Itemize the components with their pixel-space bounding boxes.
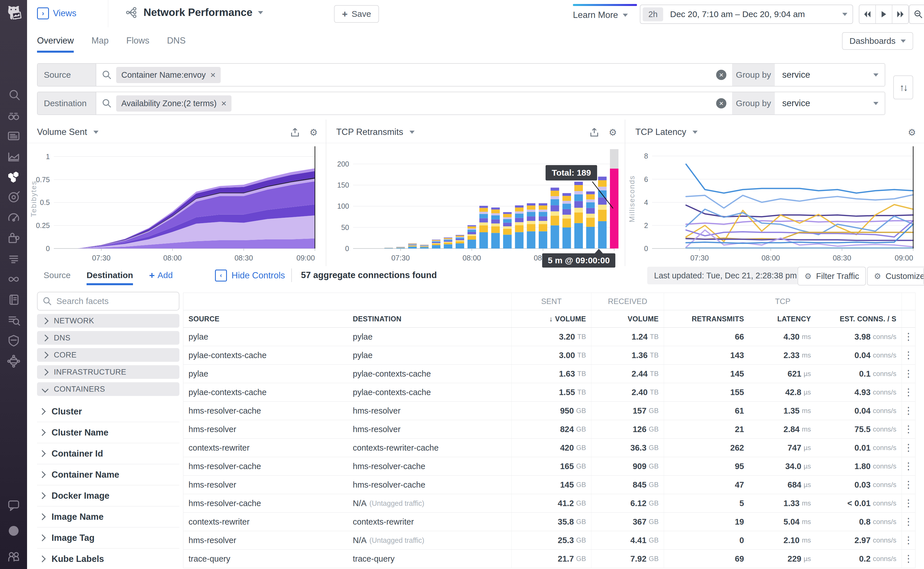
chart-title-group[interactable]: Volume Sent (37, 127, 99, 137)
export-icon[interactable] (290, 128, 300, 137)
time-preset-chip[interactable]: 2h (643, 8, 663, 21)
row-menu-icon[interactable]: ⋮ (904, 444, 913, 450)
row-menu-icon[interactable]: ⋮ (904, 333, 913, 339)
table-row[interactable]: contexts-rewritercontexts-rewriter-cache… (183, 439, 915, 457)
tcp-retransmits-chart[interactable]: 05010015020007:3008:0008:3009:00 (330, 145, 619, 266)
tab-dns[interactable]: DNS (167, 27, 186, 54)
col-latency[interactable]: LATENCY (749, 310, 816, 327)
zoom-out-button[interactable] (909, 5, 924, 24)
facet-section-infrastructure[interactable]: INFRASTRUCTURE (37, 365, 180, 379)
col-retransmits[interactable]: RETRANSMITS (664, 310, 749, 327)
tcp-latency-chart[interactable]: 0246807:3008:0008:3009:00Milliseconds (629, 145, 918, 266)
row-menu-icon[interactable]: ⋮ (904, 352, 913, 358)
search-icon[interactable] (7, 88, 20, 101)
facet-item-docker-image[interactable]: Docker Image (37, 485, 180, 507)
col-recv-volume[interactable]: VOLUME (591, 310, 664, 327)
page-title-group[interactable]: Network Performance (125, 6, 263, 19)
destination-filter-row[interactable]: Destination Availability Zone:(2 terms) … (37, 92, 885, 115)
col-destination[interactable]: DESTINATION (348, 310, 511, 327)
row-menu-icon[interactable]: ⋮ (904, 555, 913, 561)
time-range-picker[interactable]: 2h Dec 20, 7:10 am – Dec 20, 9:04 am (640, 5, 853, 24)
row-menu-icon[interactable]: ⋮ (904, 389, 913, 395)
help-icon[interactable]: ? (7, 524, 20, 537)
swap-source-destination-button[interactable]: ↑↓ (893, 75, 913, 99)
hide-controls-button[interactable]: ‹ Hide Controls (215, 269, 285, 281)
row-menu-icon[interactable]: ⋮ (904, 519, 913, 525)
source-filter-row[interactable]: Source Container Name:envoy × × Group by… (37, 63, 885, 87)
events-icon[interactable] (7, 129, 20, 142)
org-icon[interactable] (7, 550, 20, 563)
learn-more[interactable]: Learn More (573, 4, 637, 20)
datadog-logo-icon[interactable] (4, 5, 24, 24)
source-group-by-select[interactable]: service (775, 64, 885, 86)
notebooks-icon[interactable] (7, 293, 20, 306)
row-menu-icon[interactable]: ⋮ (904, 500, 913, 506)
tab-overview[interactable]: Overview (37, 27, 74, 54)
table-row[interactable]: hms-resolverhms-resolver-cache145GB845GB… (183, 476, 915, 494)
chart-title-group[interactable]: TCP Retransmits (336, 127, 415, 137)
tab-map[interactable]: Map (91, 27, 108, 54)
watchdog-icon[interactable] (7, 109, 20, 122)
metrics-icon[interactable] (7, 150, 20, 163)
row-menu-icon[interactable]: ⋮ (904, 371, 913, 377)
gear-icon[interactable]: ⚙ (309, 127, 318, 138)
facet-item-container-id[interactable]: Container Id (37, 443, 180, 464)
table-row[interactable]: hms-resolverN/A (Untagged traffic)25.3GB… (183, 531, 915, 550)
remove-tag-icon[interactable]: × (221, 98, 227, 109)
facet-item-image-name[interactable]: Image Name (37, 507, 180, 528)
facet-section-core[interactable]: CORE (37, 348, 180, 362)
step-forward-button[interactable] (892, 5, 908, 23)
facet-tab-source[interactable]: Source (44, 271, 71, 280)
table-row[interactable]: hms-resolver-cachehms-resolver-cache165G… (183, 457, 915, 476)
gauge-icon[interactable] (7, 211, 20, 224)
views-button[interactable]: › Views (37, 8, 76, 19)
table-row[interactable]: hms-resolverhms-resolver824GB126GB212.84… (183, 420, 915, 439)
table-row[interactable]: pylae-contexts-cachepylae3.00TB1.36TB143… (183, 346, 915, 365)
table-row[interactable]: trace-querytrace-query21.7GB7.92GB69229µ… (183, 550, 915, 568)
ci-icon[interactable] (7, 273, 20, 286)
row-menu-icon[interactable]: ⋮ (904, 463, 913, 469)
row-menu-icon[interactable]: ⋮ (904, 426, 913, 432)
facet-item-image-tag[interactable]: Image Tag (37, 528, 180, 549)
facet-section-dns[interactable]: DNS (37, 331, 180, 345)
facet-item-cluster[interactable]: Cluster (37, 401, 180, 422)
clear-filter-icon[interactable]: × (716, 98, 726, 108)
destination-filter-tag[interactable]: Availability Zone:(2 terms) × (116, 95, 231, 112)
row-menu-icon[interactable]: ⋮ (904, 482, 913, 488)
table-row[interactable]: contexts-rewritercontexts-rewriter35.8GB… (183, 513, 915, 531)
table-row[interactable]: pylae-contexts-cachepylae-contexts-cache… (183, 383, 915, 402)
integrations-icon[interactable] (7, 232, 20, 245)
gear-icon[interactable]: ⚙ (609, 127, 617, 138)
table-row[interactable]: hms-resolver-cachehms-resolver950GB157GB… (183, 402, 915, 420)
col-sent-volume[interactable]: ↓VOLUME (511, 310, 591, 327)
facet-section-containers[interactable]: CONTAINERS (37, 382, 180, 396)
facet-item-kube-labels[interactable]: Kube Labels (37, 549, 180, 569)
table-row[interactable]: pylaepylae3.20TB1.24TB664.30ms3.98conns/… (183, 328, 915, 346)
add-facet-tab-button[interactable]: + Add (149, 270, 172, 281)
network-icon[interactable] (7, 170, 20, 183)
facet-item-container-name[interactable]: Container Name (37, 464, 180, 485)
col-source[interactable]: SOURCE (183, 310, 348, 327)
search-facets-input[interactable]: Search facets (37, 292, 180, 310)
volume-sent-chart[interactable]: 00.250.50.75107:3008:0008:3009:00Tebibyt… (31, 145, 320, 266)
col-est-conns[interactable]: EST. CONNS. / S (816, 310, 901, 327)
destination-group-by-select[interactable]: service (775, 92, 885, 114)
chart-title-group[interactable]: TCP Latency (635, 127, 698, 137)
security-icon[interactable] (7, 334, 20, 347)
step-back-button[interactable] (859, 5, 876, 23)
row-menu-icon[interactable]: ⋮ (904, 408, 913, 414)
facet-item-cluster-name[interactable]: Cluster Name (37, 422, 180, 443)
table-row[interactable]: pylaepylae-contexts-cache1.63TB2.44TB145… (183, 365, 915, 383)
row-menu-icon[interactable]: ⋮ (904, 537, 913, 543)
source-filter-tag[interactable]: Container Name:envoy × (116, 67, 221, 83)
apm-icon[interactable] (7, 191, 20, 204)
facet-section-network[interactable]: NETWORK (37, 314, 180, 328)
logs-icon[interactable] (7, 252, 20, 265)
log-explorer-icon[interactable] (7, 314, 20, 327)
dashboards-button[interactable]: Dashboards (842, 32, 913, 50)
play-button[interactable] (876, 5, 892, 23)
table-row[interactable]: hms-resolver-cacheN/A (Untagged traffic)… (183, 494, 915, 513)
customize-button[interactable]: ⚙ Customize (867, 267, 924, 286)
gear-icon[interactable]: ⚙ (908, 127, 916, 138)
serverless-icon[interactable] (7, 354, 20, 368)
